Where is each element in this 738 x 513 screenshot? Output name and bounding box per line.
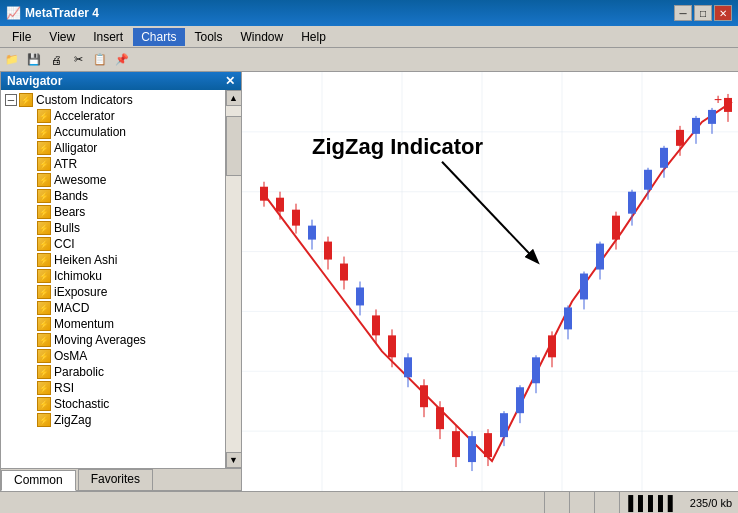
ind-icon-cci: ⚡: [37, 237, 51, 251]
svg-rect-29: [388, 335, 396, 357]
svg-rect-27: [372, 315, 380, 335]
svg-rect-17: [292, 210, 300, 226]
svg-rect-15: [276, 198, 284, 212]
ind-icon-zigzag: ⚡: [37, 413, 51, 427]
menu-bar: File View Insert Charts Tools Window Hel…: [0, 26, 738, 48]
toolbar-btn-1[interactable]: 📁: [2, 50, 22, 70]
ind-icon-bands: ⚡: [37, 189, 51, 203]
menu-insert[interactable]: Insert: [85, 28, 131, 46]
svg-rect-21: [324, 242, 332, 260]
menu-view[interactable]: View: [41, 28, 83, 46]
menu-file[interactable]: File: [4, 28, 39, 46]
ind-icon-alligator: ⚡: [37, 141, 51, 155]
nav-scroll-thumb[interactable]: [226, 116, 242, 176]
chart-area: ZigZag Indicator +: [242, 72, 738, 491]
tree-item-heiken-ashi[interactable]: ⚡Heiken Ashi: [1, 252, 225, 268]
expand-icon[interactable]: ─: [5, 94, 17, 106]
toolbar: 📁 💾 🖨 ✂ 📋 📌: [0, 48, 738, 72]
tree-root-custom-indicators[interactable]: ─ ⚡ Custom Indicators: [1, 92, 225, 108]
menu-tools[interactable]: Tools: [187, 28, 231, 46]
chart-svg: ZigZag Indicator +: [242, 72, 738, 491]
app-title: MetaTrader 4: [25, 6, 99, 20]
menu-charts[interactable]: Charts: [133, 28, 184, 46]
toolbar-btn-5[interactable]: 📋: [90, 50, 110, 70]
minimize-button[interactable]: ─: [674, 5, 692, 21]
ind-icon-rsi: ⚡: [37, 381, 51, 395]
svg-rect-67: [692, 118, 700, 134]
folder-icon: ⚡: [19, 93, 33, 107]
main-area: Navigator ✕ ─ ⚡ Custom Indicators ⚡Accel…: [0, 72, 738, 491]
ind-icon-heiken-ashi: ⚡: [37, 253, 51, 267]
tab-favorites[interactable]: Favorites: [78, 469, 153, 490]
tree-item-atr[interactable]: ⚡ATR: [1, 156, 225, 172]
maximize-button[interactable]: □: [694, 5, 712, 21]
tree-item-iexposure[interactable]: ⚡iExposure: [1, 284, 225, 300]
ind-icon-ichimoku: ⚡: [37, 269, 51, 283]
svg-rect-41: [484, 433, 492, 457]
ind-icon-macd: ⚡: [37, 301, 51, 315]
nav-tabs: Common Favorites: [1, 468, 241, 490]
navigator-panel: Navigator ✕ ─ ⚡ Custom Indicators ⚡Accel…: [0, 72, 242, 491]
tree-item-osma[interactable]: ⚡OsMA: [1, 348, 225, 364]
status-bar: ▌▌▌▌▌ 235/0 kb: [0, 491, 738, 513]
svg-rect-35: [436, 407, 444, 429]
tree-item-macd[interactable]: ⚡MACD: [1, 300, 225, 316]
svg-rect-31: [404, 357, 412, 377]
ind-icon-accelerator: ⚡: [37, 109, 51, 123]
close-button[interactable]: ✕: [714, 5, 732, 21]
navigator-label: Navigator: [7, 74, 62, 88]
title-bar-controls: ─ □ ✕: [674, 5, 732, 21]
svg-rect-23: [340, 264, 348, 281]
svg-rect-33: [420, 385, 428, 407]
ind-icon-iexposure: ⚡: [37, 285, 51, 299]
svg-rect-69: [708, 110, 716, 124]
tree-item-bulls[interactable]: ⚡Bulls: [1, 220, 225, 236]
tree-item-zigzag[interactable]: ⚡ZigZag: [1, 412, 225, 428]
tree-item-accelerator[interactable]: ⚡Accelerator: [1, 108, 225, 124]
ind-icon-moving-averages: ⚡: [37, 333, 51, 347]
svg-rect-63: [660, 148, 668, 168]
title-bar: 📈 MetaTrader 4 ─ □ ✕: [0, 0, 738, 26]
tree-item-momentum[interactable]: ⚡Momentum: [1, 316, 225, 332]
nav-scroll-up-button[interactable]: ▲: [226, 90, 242, 106]
toolbar-btn-2[interactable]: 💾: [24, 50, 44, 70]
tree-item-ichimoku[interactable]: ⚡Ichimoku: [1, 268, 225, 284]
toolbar-btn-3[interactable]: 🖨: [46, 50, 66, 70]
toolbar-btn-4[interactable]: ✂: [68, 50, 88, 70]
tree-item-moving-averages[interactable]: ⚡Moving Averages: [1, 332, 225, 348]
svg-rect-47: [532, 357, 540, 383]
status-bars-icon: ▌▌▌▌▌: [628, 495, 678, 511]
status-memory: 235/0 kb: [690, 497, 732, 509]
svg-rect-51: [564, 307, 572, 329]
status-segment-4: [603, 492, 620, 513]
menu-window[interactable]: Window: [233, 28, 292, 46]
nav-scroll-down-button[interactable]: ▼: [226, 452, 242, 468]
navigator-close-button[interactable]: ✕: [225, 74, 235, 88]
tab-common[interactable]: Common: [1, 470, 76, 491]
ind-icon-accumulation: ⚡: [37, 125, 51, 139]
toolbar-btn-6[interactable]: 📌: [112, 50, 132, 70]
tree-item-cci[interactable]: ⚡CCI: [1, 236, 225, 252]
nav-scroll-track: [226, 106, 242, 452]
tree-item-awesome[interactable]: ⚡Awesome: [1, 172, 225, 188]
menu-help[interactable]: Help: [293, 28, 334, 46]
tree-item-stochastic[interactable]: ⚡Stochastic: [1, 396, 225, 412]
svg-rect-37: [452, 431, 460, 457]
tree-item-accumulation[interactable]: ⚡Accumulation: [1, 124, 225, 140]
svg-rect-55: [596, 244, 604, 270]
ind-icon-stochastic: ⚡: [37, 397, 51, 411]
svg-rect-43: [500, 413, 508, 437]
nav-tree: ─ ⚡ Custom Indicators ⚡Accelerator ⚡Accu…: [1, 90, 241, 468]
svg-rect-45: [516, 387, 524, 413]
ind-icon-momentum: ⚡: [37, 317, 51, 331]
tree-item-rsi[interactable]: ⚡RSI: [1, 380, 225, 396]
tree-root-label: Custom Indicators: [36, 93, 133, 107]
ind-icon-bulls: ⚡: [37, 221, 51, 235]
tree-item-parabolic[interactable]: ⚡Parabolic: [1, 364, 225, 380]
tree-item-bears[interactable]: ⚡Bears: [1, 204, 225, 220]
ind-icon-atr: ⚡: [37, 157, 51, 171]
tree-item-bands[interactable]: ⚡Bands: [1, 188, 225, 204]
svg-text:ZigZag Indicator: ZigZag Indicator: [312, 134, 484, 159]
svg-rect-53: [580, 274, 588, 300]
tree-item-alligator[interactable]: ⚡Alligator: [1, 140, 225, 156]
